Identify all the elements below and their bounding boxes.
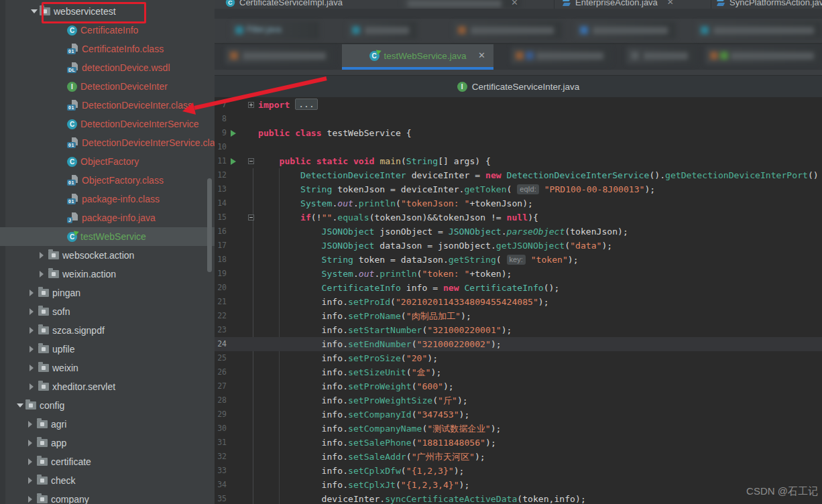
code-text: info.setCompanyName("测试数据企业");	[258, 422, 501, 436]
code-line-19[interactable]: 19 System.out.println("token: "+token);	[215, 267, 822, 281]
chevron-collapsed-icon[interactable]	[28, 421, 32, 428]
code-line-22[interactable]: 22 info.setProName("肉制品加工");	[215, 309, 822, 323]
code-line-12[interactable]: 12 DetectionDeviceInter deviceInter = ne…	[215, 168, 822, 182]
tree-item-company[interactable]: company	[0, 490, 215, 504]
close-tab-icon[interactable]: ✕	[667, 0, 674, 7]
tree-item-certificateinfo[interactable]: CCertificateInfo	[0, 21, 215, 40]
code-line-17[interactable]: 17 JSONObject dataJson = jsonObject.getJ…	[215, 239, 822, 253]
chevron-collapsed-icon[interactable]	[28, 440, 32, 446]
chevron-collapsed-icon[interactable]	[28, 458, 32, 465]
tree-item-xheditor-servlet[interactable]: xheditor.servlet	[0, 377, 215, 396]
chevron-collapsed-icon[interactable]	[30, 346, 34, 353]
code-line-9[interactable]: 9public class testWebService {	[215, 126, 822, 140]
tree-item-sofn[interactable]: sofn	[0, 302, 215, 321]
code-line-32[interactable]: 32 info.setSaleAddr("广州市天河区");	[215, 450, 822, 464]
tab-testwebservice-java[interactable]: CtestWebService.java✕	[342, 44, 493, 67]
tree-item-package-info-java[interactable]: Jpackage-info.java	[0, 208, 215, 227]
redacted-tab[interactable]	[575, 21, 676, 39]
tree-item-label: xheditor.servlet	[52, 381, 115, 392]
tree-item-label: app	[51, 438, 66, 448]
tree-item-objectfactory[interactable]: CObjectFactory	[0, 152, 215, 171]
tree-item-agri[interactable]: agri	[0, 415, 215, 434]
code-line-16[interactable]: 16 JSONObject jsonObject = JSONObject.pa…	[215, 225, 822, 239]
code-line-26[interactable]: 26 info.setSizeUnit("盒");	[215, 365, 822, 379]
chevron-collapsed-icon[interactable]	[30, 383, 34, 390]
tree-item-label: DetectionDeviceInterService	[80, 119, 199, 129]
code-line-14[interactable]: 14 System.out.println("tokenJson: "+toke…	[215, 196, 822, 210]
redacted-tab[interactable]	[347, 21, 417, 39]
code-editor[interactable]: 7import ...89public class testWebService…	[215, 97, 822, 504]
redacted-tab[interactable]	[626, 47, 696, 64]
code-line-15[interactable]: 15 if(!"".equals(tokenJson)&&tokenJson !…	[215, 210, 822, 225]
tree-item-pingan[interactable]: pingan	[0, 284, 215, 302]
redacted-tab[interactable]	[696, 21, 822, 39]
line-number: 8	[215, 114, 227, 123]
code-line-10[interactable]: 10	[215, 140, 822, 154]
tree-item-weixin-action[interactable]: weixin.action	[0, 265, 215, 284]
chevron-collapsed-icon[interactable]	[30, 290, 34, 296]
code-line-34[interactable]: 34 info.setCplxJt("{1,2,3,4}");	[215, 478, 822, 492]
code-line-27[interactable]: 27 info.setProWeight("600");	[215, 379, 822, 393]
code-line-35[interactable]: 35 deviceInter.syncCertificateActiveData…	[215, 492, 822, 504]
code-line-20[interactable]: 20 CertificateInfo info = new Certificat…	[215, 281, 822, 295]
code-line-23[interactable]: 23 info.setStartNumber("321000220001");	[215, 323, 822, 337]
code-line-11[interactable]: 11 public static void main(String[] args…	[215, 154, 822, 168]
code-line-25[interactable]: 25 info.setProSize("20");	[215, 351, 822, 365]
chevron-collapsed-icon[interactable]	[40, 252, 44, 259]
tree-scrollbar[interactable]	[207, 178, 212, 272]
run-gutter-icon[interactable]	[231, 158, 236, 165]
code-line-7[interactable]: 7import ...	[215, 98, 822, 112]
redacted-tab[interactable]: Filter.java	[231, 21, 319, 39]
tree-item-objectfactory-class[interactable]: 01ObjectFactory.class	[0, 171, 215, 190]
tree-item-detectiondeviceinterservice-class[interactable]: 01DetectionDeviceInterService.class	[0, 133, 215, 152]
tree-item-detectiondeviceinter[interactable]: IDetectionDeviceInter	[0, 77, 215, 96]
tree-item-detectiondeviceinter-class[interactable]: 01DetectionDeviceInter.class	[0, 96, 215, 115]
tree-item-certificate[interactable]: certificate	[0, 452, 215, 471]
tree-item-websocket-action[interactable]: websocket.action	[0, 246, 215, 265]
tree-item-config[interactable]: config	[0, 396, 215, 415]
redacted-tab[interactable]	[705, 47, 822, 64]
chevron-collapsed-icon[interactable]	[30, 308, 34, 315]
fold-collapse-icon[interactable]	[248, 214, 254, 220]
tree-item-app[interactable]: app	[0, 434, 215, 452]
tab-syncplatformsaction-java[interactable]: SyncPlatformsAction.java	[716, 0, 822, 9]
redacted-tab[interactable]	[453, 21, 562, 39]
tree-item-detectiondevice-wsdl[interactable]: DLdetectionDevice.wsdl	[0, 58, 215, 77]
code-line-13[interactable]: 13 String tokenJson = deviceInter.getTok…	[215, 182, 822, 196]
close-tab-icon[interactable]: ✕	[511, 0, 518, 9]
editor-file-header[interactable]: I CertificateServiceInter.java	[215, 75, 822, 98]
code-line-29[interactable]: 29 info.setCompanyId("347453");	[215, 407, 822, 422]
tab-certificateserviceimpl-java[interactable]: CCertificateServiceImpl.java	[225, 0, 343, 9]
tree-item-szca-signpdf[interactable]: szca.signpdf	[0, 321, 215, 340]
tree-item-package-info-class[interactable]: 01package-info.class	[0, 190, 215, 208]
chevron-expanded-icon[interactable]	[31, 9, 38, 13]
run-gutter-icon[interactable]	[231, 130, 236, 137]
fold-collapse-icon[interactable]	[248, 158, 254, 164]
redacted-tab[interactable]	[511, 47, 611, 64]
chevron-collapsed-icon[interactable]	[28, 496, 32, 503]
fold-expand-icon[interactable]	[248, 102, 254, 108]
code-line-21[interactable]: 21 info.setProId("2021020114334809455424…	[215, 295, 822, 309]
code-line-8[interactable]: 8	[215, 112, 822, 126]
code-line-33[interactable]: 33 info.setCplxDfw("{1,2,3}");	[215, 464, 822, 478]
redacted-tab[interactable]	[402, 0, 520, 8]
chevron-collapsed-icon[interactable]	[28, 477, 32, 484]
tree-item-testwebservice[interactable]: CtestWebService	[0, 227, 215, 246]
code-line-31[interactable]: 31 info.setSalePhone("18811848056");	[215, 436, 822, 450]
code-line-24[interactable]: 24 info.setEndNumber("321000220002");	[215, 337, 822, 351]
tree-item-check[interactable]: check	[0, 471, 215, 490]
redacted-tab[interactable]	[225, 47, 334, 64]
code-line-28[interactable]: 28 info.setProWeightSize("斤");	[215, 393, 822, 407]
chevron-expanded-icon[interactable]	[17, 403, 23, 407]
chevron-collapsed-icon[interactable]	[30, 365, 34, 371]
chevron-collapsed-icon[interactable]	[40, 271, 44, 277]
tree-item-weixin[interactable]: weixin	[0, 359, 215, 377]
tree-item-upfile[interactable]: upfile	[0, 340, 215, 359]
tree-item-detectiondeviceinterservice[interactable]: CDetectionDeviceInterService	[0, 115, 215, 133]
code-line-18[interactable]: 18 String token = dataJson.getString( ke…	[215, 253, 822, 267]
close-tab-icon[interactable]: ✕	[478, 50, 485, 60]
tree-item-certificateinfo-class[interactable]: 01CertificateInfo.class	[0, 40, 215, 58]
tab-enterpriseaction-java[interactable]: EnterpriseAction.java✕	[562, 0, 674, 9]
code-line-30[interactable]: 30 info.setCompanyName("测试数据企业");	[215, 422, 822, 436]
chevron-collapsed-icon[interactable]	[30, 327, 34, 334]
